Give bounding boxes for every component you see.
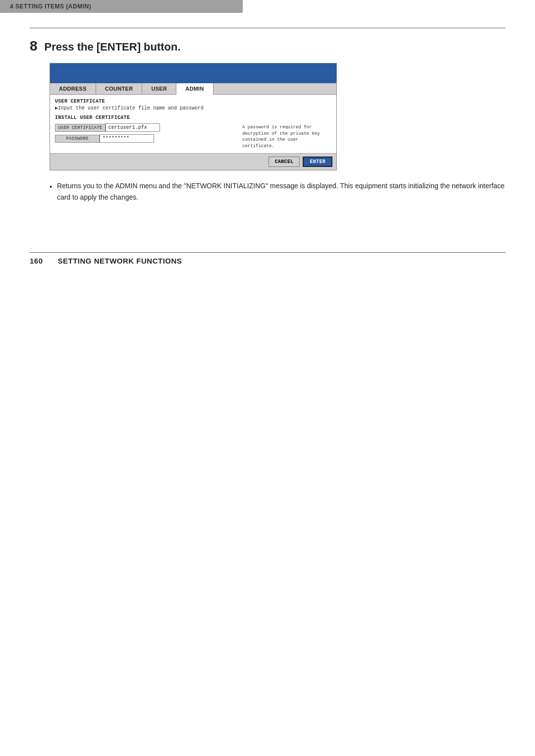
tab-user[interactable]: USER <box>142 83 176 94</box>
main-content: 8 Press the [ENTER] button. ADDRESS COUN… <box>0 28 535 222</box>
screen-simulation: ADDRESS COUNTER USER ADMIN USER CERTIFIC… <box>50 63 337 170</box>
bullet-text: Returns you to the ADMIN menu and the "N… <box>57 180 505 203</box>
footer-page-number: 160 <box>30 257 43 265</box>
screen-subtitle: ▶Input the user certificate file name an… <box>55 105 331 111</box>
step-number: 8 <box>30 38 38 54</box>
screen-footer: CANCEL ENTER <box>50 153 336 170</box>
bullet-dot: • <box>50 181 52 203</box>
password-field-row: PASSWORD ********* <box>55 134 237 143</box>
screen-header-bar <box>50 63 336 83</box>
step-heading: 8 Press the [ENTER] button. <box>30 38 505 54</box>
bullet-section: • Returns you to the ADMIN menu and the … <box>50 180 505 203</box>
screen-section-label: INSTALL USER CERTIFICATE <box>55 115 331 120</box>
install-left: USER CERTIFICATE certuser1.pfx PASSWORD … <box>55 123 237 145</box>
cancel-button[interactable]: CANCEL <box>268 157 300 167</box>
password-value[interactable]: ********* <box>100 134 154 143</box>
user-certificate-label[interactable]: USER CERTIFICATE <box>55 124 106 132</box>
tab-admin[interactable]: ADMIN <box>176 83 214 95</box>
user-certificate-field-row: USER CERTIFICATE certuser1.pfx <box>55 123 237 132</box>
chapter-label: 4 SETTING ITEMS (ADMIN) <box>10 3 91 10</box>
password-label[interactable]: PASSWORD <box>55 135 100 143</box>
chapter-header: 4 SETTING ITEMS (ADMIN) <box>0 0 243 13</box>
install-area: USER CERTIFICATE certuser1.pfx PASSWORD … <box>55 123 331 149</box>
screen-body: USER CERTIFICATE ▶Input the user certifi… <box>50 95 336 153</box>
tab-bar: ADDRESS COUNTER USER ADMIN <box>50 83 336 95</box>
tab-address[interactable]: ADDRESS <box>50 83 96 94</box>
bullet-item: • Returns you to the ADMIN menu and the … <box>50 180 505 203</box>
enter-button[interactable]: ENTER <box>303 157 332 167</box>
footer-label: SETTING NETWORK FUNCTIONS <box>58 257 182 265</box>
tab-counter[interactable]: COUNTER <box>96 83 143 94</box>
user-certificate-value[interactable]: certuser1.pfx <box>106 123 160 132</box>
step-title: Press the [ENTER] button. <box>45 41 181 54</box>
side-note: A password is required for decryption of… <box>242 123 331 149</box>
screen-title: USER CERTIFICATE <box>55 99 331 104</box>
